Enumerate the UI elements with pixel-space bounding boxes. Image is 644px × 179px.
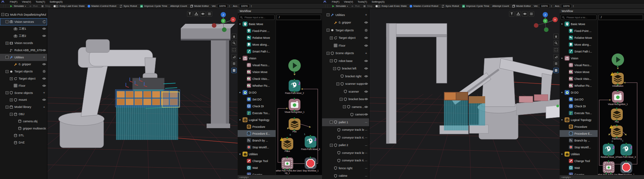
skill-item-relative-move[interactable]: Relative Move — [238, 34, 276, 41]
workflow-node-fixed-point-move-3[interactable]: JFixed-Point Move_3 — [620, 144, 632, 156]
stop-button[interactable]: Stop — [363, 5, 372, 8]
wireframe-button[interactable] — [194, 11, 199, 17]
master-control-robot-button[interactable]: Master-Control Robot — [88, 5, 116, 7]
workflow-node-fixed-point-move-3[interactable]: JFixed-Point Move_3 — [305, 136, 316, 148]
gear-icon[interactable] — [42, 70, 46, 73]
port-out[interactable] — [284, 169, 286, 170]
tree-row[interactable]: +mount — [0, 97, 47, 104]
sync-robot-button[interactable]: Sync Robot — [441, 5, 459, 8]
tree-row[interactable]: scanner — [322, 88, 369, 96]
skill-item-check-di[interactable]: Check DI — [238, 103, 276, 110]
orientation-gizmo[interactable]: ZYX — [211, 10, 236, 34]
skill-item-branch-by-[interactable]: Branch by ... — [560, 137, 598, 144]
graph-breadcrumb[interactable]: / — [277, 15, 321, 20]
port-in[interactable] — [286, 157, 288, 158]
skill-item-check-visio-[interactable]: Check Visio... — [238, 75, 276, 82]
eye-icon[interactable] — [364, 90, 368, 93]
eye-icon[interactable] — [364, 21, 368, 24]
dash-icon[interactable]: — — [364, 151, 368, 155]
master-control-robot-button[interactable]: Master-Control Robot — [410, 5, 438, 7]
visibility-button[interactable] — [200, 11, 206, 17]
skill-item-whether-pic-[interactable]: Whether Pic... — [238, 82, 276, 89]
orientation-gizmo[interactable]: ZYX — [533, 10, 558, 34]
port-out[interactable] — [294, 71, 295, 73]
workflow-graph-canvas[interactable]: InitializationVisual Recognition_1PickPa… — [598, 21, 644, 175]
refresh-icon[interactable] — [42, 20, 46, 23]
port-out[interactable] — [286, 149, 288, 151]
port-in[interactable] — [616, 125, 618, 126]
workflow-node-pick[interactable]: Pick — [289, 118, 300, 130]
skill-item-procedure[interactable]: Procedure — [238, 123, 276, 130]
grid-view-button[interactable] — [553, 68, 559, 73]
tree-row[interactable]: −scanner support — [322, 80, 369, 88]
dash-icon[interactable]: — — [364, 120, 368, 124]
view-list-button[interactable] — [231, 61, 237, 66]
attempt-count-button[interactable]: Attempt Count — [170, 5, 187, 7]
tree-row[interactable]: +Target object — [322, 34, 369, 42]
skill-item-smart-path-i-[interactable]: Smart Path i... — [238, 48, 276, 55]
menu-item-file[interactable]: File(F) — [332, 0, 339, 3]
menu-item-view[interactable]: View(V) — [344, 0, 353, 3]
tree-row[interactable]: camera.obj — [0, 118, 47, 125]
pan-button[interactable] — [553, 34, 559, 39]
workflow-node-relative-move-4[interactable]: JRelative Move_4 — [603, 144, 615, 156]
skill-item-execute-too-[interactable]: Execute Too... — [560, 110, 598, 116]
workflow-start-node[interactable] — [611, 53, 624, 66]
tree-row[interactable]: 工程1 — [0, 25, 47, 33]
eye-icon[interactable] — [364, 113, 368, 116]
port-out[interactable] — [610, 172, 612, 174]
eye-icon[interactable] — [42, 77, 46, 81]
plus-icon[interactable]: + — [364, 52, 368, 55]
vel-value-input[interactable]: 100% — [539, 4, 550, 8]
port-out[interactable] — [617, 84, 619, 85]
skill-item-procedure-e-[interactable]: Procedure E... — [238, 130, 276, 137]
tree-row[interactable]: −robot base — [322, 57, 369, 65]
workflow-node-visual-recognition-1[interactable]: Visual Recognition_1 — [612, 91, 624, 103]
port-in[interactable] — [625, 160, 627, 162]
skill-item-visual-reco-[interactable]: Visual Reco... — [238, 62, 276, 68]
tree-row[interactable]: −Multi-Pick Depalletizing/Mul... — [0, 11, 47, 18]
skill-item-set-do[interactable]: Set DO — [560, 96, 598, 103]
viewport-3d[interactable]: ZYX — [369, 9, 560, 179]
expand-toggle[interactable]: + — [10, 98, 13, 101]
tree-row[interactable]: conveyor track ri...— — [322, 134, 369, 142]
tree-row[interactable]: conveyor track le...— — [322, 149, 369, 157]
plus-icon[interactable]: + — [42, 105, 46, 109]
skill-item-procedure-e-[interactable]: Procedure E... — [560, 130, 598, 137]
frame-axes-button[interactable] — [509, 11, 515, 17]
skill-item-fixed-point-[interactable]: Fixed-Point ... — [560, 27, 598, 34]
skill-item-vision[interactable]: ▼Vision — [238, 55, 276, 62]
tree-row[interactable]: −Utilities+ — [322, 11, 369, 19]
collapse-toggle[interactable]: − — [6, 70, 8, 73]
dash-icon[interactable]: — — [364, 166, 368, 170]
eye-icon[interactable] — [42, 27, 46, 31]
port-out[interactable] — [608, 155, 609, 157]
skill-item-utilities[interactable]: ▼Utilities — [238, 151, 276, 157]
skill-item-whether-pic-[interactable]: Whether Pic... — [560, 82, 598, 89]
fit-view-button[interactable] — [231, 47, 237, 52]
chevron-down-icon[interactable]: ▼ — [239, 153, 241, 155]
menu-item-file[interactable]: File(F) — [10, 0, 17, 3]
wireframe-button[interactable] — [516, 11, 521, 17]
tree-row[interactable]: +Target object — [0, 75, 47, 82]
eye-icon[interactable] — [364, 59, 368, 63]
improve-cycle-time-button[interactable]: Improve Cycle Time — [462, 5, 489, 8]
eye-icon[interactable] — [42, 84, 46, 87]
tree-row[interactable]: −bracket left — [322, 65, 369, 73]
workflow-start-node[interactable] — [288, 59, 301, 72]
skill-item-execute-too-[interactable]: Execute Too... — [238, 110, 276, 116]
tree-row[interactable]: STL — [0, 132, 47, 139]
run-button[interactable]: Run — [29, 5, 38, 8]
sync-robot-button[interactable]: Sync Robot — [119, 5, 137, 8]
skill-item-set-do[interactable]: Set DO — [238, 96, 276, 103]
vel-stepper[interactable]: ▲▼ — [551, 5, 552, 7]
tree-row[interactable]: conveyor track left— — [322, 126, 369, 134]
collapse-toggle[interactable]: − — [343, 105, 346, 108]
tree-row[interactable]: −Model library+ — [0, 103, 47, 111]
skill-item-fixed-point-[interactable]: Fixed-Point ... — [238, 27, 276, 34]
expand-toggle[interactable]: + — [6, 42, 8, 45]
collapse-toggle[interactable]: − — [1, 13, 4, 16]
workflow-node-whether-pick-points-are-used-up-1[interactable]: Whether Pick Points Are Used Up_1 — [281, 157, 293, 169]
eye-icon[interactable] — [42, 34, 46, 38]
acc-value-input[interactable]: 100% — [561, 4, 571, 8]
